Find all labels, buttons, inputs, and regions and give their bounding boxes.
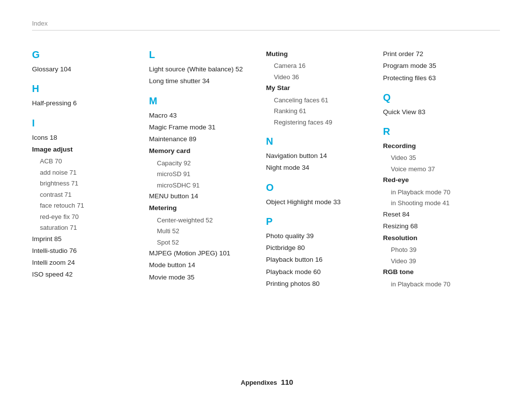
index-entry: Resolution	[383, 233, 491, 243]
index-entry: Icons 18	[32, 133, 139, 143]
index-entry: Reset 84	[383, 210, 491, 219]
section-letter-G: G	[32, 49, 139, 61]
index-entry: Red-eye	[383, 175, 491, 185]
index-entry: Photo quality 39	[266, 231, 373, 241]
footer: Appendixes 110	[0, 378, 532, 386]
index-entry: Recording	[383, 141, 491, 151]
sub-entry: Registering faces 49	[274, 118, 373, 127]
sub-entry: Voice memo 37	[391, 164, 491, 174]
sub-entry: Center-weighted 52	[157, 216, 257, 225]
index-entry: Printing photos 80	[266, 279, 373, 289]
index-entry: Navigation button 14	[266, 151, 373, 161]
sub-entry: Video 35	[391, 153, 491, 163]
column-4: Print order 72Program mode 35Protecting …	[383, 40, 500, 291]
index-entry: Metering	[149, 203, 257, 213]
index-entry: ISO speed 42	[32, 270, 139, 279]
index-entry: MENU button 14	[149, 191, 257, 201]
section-letter-R: R	[383, 126, 491, 137]
section-letter-I: I	[32, 118, 139, 129]
section-letter-L: L	[149, 49, 257, 61]
sub-entry: Multi 52	[157, 226, 257, 236]
sub-entry: Ranking 61	[274, 106, 373, 116]
index-entry: Quick View 83	[383, 107, 491, 117]
index-entry: Maintenance 89	[149, 134, 257, 144]
index-entry: Long time shutter 34	[149, 76, 257, 86]
index-entry: Glossary 104	[32, 64, 139, 74]
section-letter-H: H	[32, 83, 139, 94]
index-entry: Resizing 68	[383, 221, 491, 231]
sub-entry: red-eye fix 70	[40, 212, 139, 222]
footer-label: Appendixes	[241, 379, 279, 386]
index-entry: Pictbridge 80	[266, 243, 373, 253]
index-entry: Mode button 14	[149, 260, 257, 270]
index-entry: Playback mode 60	[266, 267, 373, 277]
index-entry: Image adjust	[32, 145, 139, 154]
header-label: Index	[32, 20, 500, 31]
section-letter-O: O	[266, 182, 373, 193]
index-entry: Night mode 34	[266, 163, 373, 173]
sub-entry: in Playback mode 70	[391, 279, 491, 289]
sub-entry: saturation 71	[40, 223, 139, 233]
sub-entry: Canceling faces 61	[274, 95, 373, 105]
index-entry: My Star	[266, 83, 373, 93]
sub-entry: microSD 91	[157, 169, 257, 179]
sub-entry: brightness 71	[40, 179, 139, 188]
index-entry: Half-pressing 6	[32, 98, 139, 108]
section-letter-P: P	[266, 216, 373, 227]
sub-entry: Video 39	[391, 256, 491, 266]
index-entry: Print order 72	[383, 49, 491, 59]
index-entry: Imprint 85	[32, 234, 139, 244]
index-entry: Muting	[266, 49, 373, 59]
sub-entry: face retouch 71	[40, 201, 139, 211]
section-letter-N: N	[266, 136, 373, 147]
column-2: LLight source (White balance) 52Long tim…	[149, 40, 266, 291]
sub-entry: contrast 71	[40, 190, 139, 200]
column-1: GGlossary 104HHalf-pressing 6IIcons 18Im…	[32, 40, 149, 291]
sub-entry: add noise 71	[40, 168, 139, 178]
column-3: MutingCamera 16Video 36My StarCanceling …	[266, 40, 383, 291]
sub-entry: in Shooting mode 41	[391, 198, 491, 208]
page: Index GGlossary 104HHalf-pressing 6IIcon…	[0, 0, 532, 401]
sub-entry: Video 36	[274, 72, 373, 82]
section-letter-Q: Q	[383, 92, 491, 103]
sub-entry: Spot 52	[157, 238, 257, 247]
index-entry: RGB tone	[383, 267, 491, 277]
index-entry: Magic Frame mode 31	[149, 123, 257, 132]
sub-entry: Photo 39	[391, 245, 491, 255]
index-entry: Protecting files 63	[383, 73, 491, 83]
index-entry: Macro 43	[149, 111, 257, 121]
index-entry: Intelli zoom 24	[32, 258, 139, 268]
index-entry: MJPEG (Motion JPEG) 101	[149, 248, 257, 258]
content: GGlossary 104HHalf-pressing 6IIcons 18Im…	[32, 40, 500, 291]
section-letter-M: M	[149, 95, 257, 107]
index-entry: Program mode 35	[383, 61, 491, 71]
index-entry: Intelli-studio 76	[32, 246, 139, 256]
sub-entry: ACB 70	[40, 156, 139, 166]
index-entry: Object Highlight mode 33	[266, 197, 373, 207]
sub-entry: in Playback mode 70	[391, 187, 491, 197]
index-entry: Playback button 16	[266, 255, 373, 265]
index-entry: Movie mode 35	[149, 273, 257, 282]
sub-entry: microSDHC 91	[157, 181, 257, 190]
index-entry: Memory card	[149, 146, 257, 156]
index-entry: Light source (White balance) 52	[149, 64, 257, 74]
sub-entry: Capacity 92	[157, 158, 257, 168]
sub-entry: Camera 16	[274, 61, 373, 71]
footer-page: 110	[281, 378, 293, 386]
